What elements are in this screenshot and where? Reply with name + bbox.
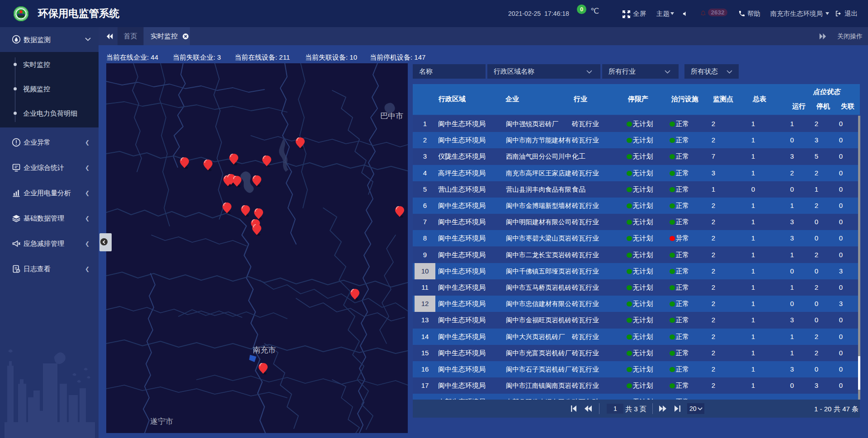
- svg-text:遂宁市: 遂宁市: [150, 417, 173, 426]
- svg-text:南充市: 南充市: [253, 346, 276, 354]
- svg-text:巴中市: 巴中市: [380, 112, 403, 120]
